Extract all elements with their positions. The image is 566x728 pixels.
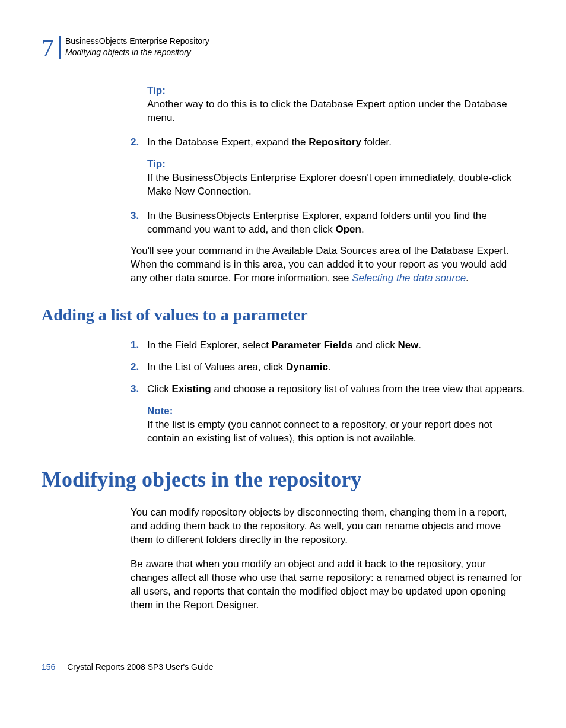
text-fragment: and click — [353, 339, 398, 351]
tip-body: Another way to do this is to click the D… — [147, 98, 524, 125]
content-area: 1. In the Field Explorer, select Paramet… — [131, 339, 524, 446]
note-block: Note: If the list is empty (you cannot c… — [147, 405, 524, 446]
page-number: 156 — [42, 662, 55, 672]
list2-step-3: 3. Click Existing and choose a repositor… — [131, 383, 524, 396]
step-2: 2. In the Database Expert, expand the Re… — [131, 136, 524, 150]
step-text: In the Database Expert, expand the Repos… — [147, 136, 524, 150]
text-fragment: . — [328, 361, 331, 373]
text-fragment: and choose a repository list of values f… — [211, 383, 524, 395]
step-text: In the List of Values area, click Dynami… — [147, 361, 524, 374]
text-fragment: folder. — [361, 136, 392, 148]
step-text: In the BusinessObjects Enterprise Explor… — [147, 209, 524, 237]
bold-text: Repository — [309, 136, 361, 148]
note-body: If the list is empty (you cannot connect… — [147, 418, 524, 446]
step-number: 2. — [131, 361, 147, 374]
step-number: 1. — [131, 339, 147, 352]
text-fragment: . — [466, 272, 469, 284]
step-3: 3. In the BusinessObjects Enterprise Exp… — [131, 209, 524, 237]
content-area: Tip: Another way to do this is to click … — [131, 84, 524, 285]
step-text: In the Field Explorer, select Parameter … — [147, 339, 524, 352]
bold-text: Dynamic — [286, 361, 328, 373]
tip-block-2: Tip: If the BusinessObjects Enterprise E… — [147, 158, 524, 199]
tip-label: Tip: — [147, 84, 524, 98]
cross-reference-link[interactable]: Selecting the data source — [352, 272, 466, 284]
list2-step-1: 1. In the Field Explorer, select Paramet… — [131, 339, 524, 352]
note-label: Note: — [147, 405, 524, 418]
section-heading-adding-list: Adding a list of values to a parameter — [42, 306, 524, 325]
bold-text: Open — [336, 224, 361, 235]
paragraph: Be aware that when you modify an object … — [131, 558, 524, 612]
step-text: Click Existing and choose a repository l… — [147, 383, 524, 396]
bold-text: Parameter Fields — [272, 339, 353, 351]
text-fragment: In the Field Explorer, select — [147, 339, 272, 351]
header-divider — [59, 36, 61, 59]
bold-text: New — [398, 339, 418, 351]
step-number: 2. — [131, 136, 147, 150]
tip-block-1: Tip: Another way to do this is to click … — [147, 84, 524, 125]
footer-guide-title: Crystal Reports 2008 SP3 User's Guide — [67, 662, 213, 672]
text-fragment: In the BusinessObjects Enterprise Explor… — [147, 210, 487, 235]
page-footer: 156 Crystal Reports 2008 SP3 User's Guid… — [42, 662, 524, 672]
header-text-block: BusinessObjects Enterprise Repository Mo… — [65, 36, 209, 58]
step-number: 3. — [131, 383, 147, 396]
chapter-number: 7 — [42, 36, 54, 61]
chapter-title: BusinessObjects Enterprise Repository — [65, 36, 209, 47]
paragraph: You can modify repository objects by dis… — [131, 506, 524, 547]
step-number: 3. — [131, 209, 147, 237]
main-heading-modifying-objects: Modifying objects in the repository — [42, 467, 524, 492]
content-area: You can modify repository objects by dis… — [131, 506, 524, 612]
text-fragment: Click — [147, 383, 172, 395]
section-title: Modifying objects in the repository — [65, 47, 209, 58]
text-fragment: . — [361, 224, 364, 235]
tip-label: Tip: — [147, 158, 524, 171]
text-fragment: In the List of Values area, click — [147, 361, 286, 373]
text-fragment: . — [418, 339, 421, 351]
text-fragment: In the Database Expert, expand the — [147, 136, 309, 148]
bold-text: Existing — [172, 383, 211, 395]
list2-step-2: 2. In the List of Values area, click Dyn… — [131, 361, 524, 374]
paragraph: You'll see your command in the Available… — [131, 244, 524, 285]
page-header: 7 BusinessObjects Enterprise Repository … — [42, 36, 524, 61]
tip-body: If the BusinessObjects Enterprise Explor… — [147, 171, 524, 199]
